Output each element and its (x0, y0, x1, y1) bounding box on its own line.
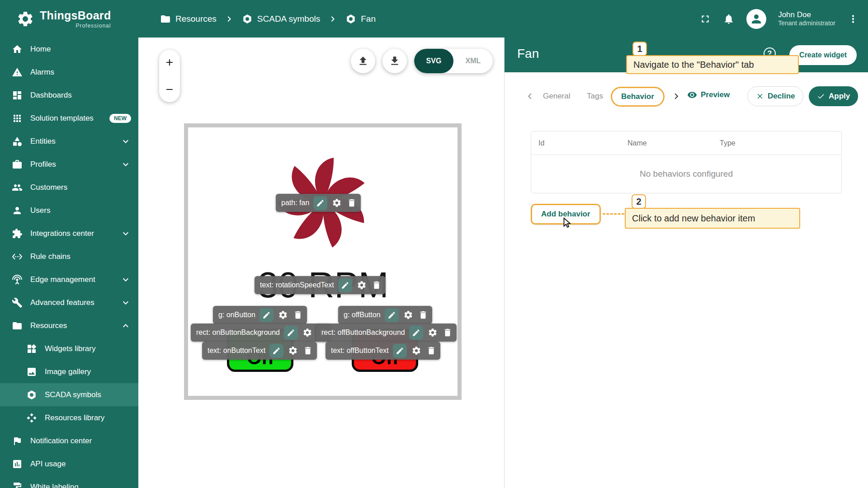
zoom-in-button[interactable]: + (166, 56, 173, 69)
sidebar-item-label: Rule chains (30, 252, 71, 261)
sidebar-item-alarms[interactable]: Alarms (0, 61, 138, 84)
thingsboard-logo[interactable]: ThingsBoard Professional (0, 9, 138, 29)
edit-icon[interactable] (259, 308, 274, 322)
download-button[interactable] (382, 49, 407, 73)
sidebar-item-api-usage[interactable]: API usage (0, 452, 138, 475)
apply-button[interactable]: Apply (809, 86, 858, 106)
sidebar-item-entities[interactable]: Entities (0, 130, 138, 153)
edit-icon[interactable] (409, 326, 423, 340)
dashboards-icon (12, 90, 23, 101)
edit-icon[interactable] (393, 344, 407, 358)
tag-chip-off-button-group[interactable]: g: offButton (338, 306, 432, 324)
avatar[interactable] (746, 9, 766, 29)
sidebar-item-rule-chains[interactable]: Rule chains (0, 245, 138, 268)
svg-toggle-option[interactable]: SVG (414, 49, 453, 73)
breadcrumb-fan[interactable]: Fan (345, 14, 376, 24)
chevron-down-icon (120, 297, 131, 308)
chart-icon (12, 459, 23, 469)
more-menu-icon[interactable] (847, 13, 859, 25)
edit-icon[interactable] (313, 196, 327, 210)
sidebar-item-label: Advanced features (30, 298, 94, 307)
sidebar-item-resources[interactable]: Resources (0, 314, 138, 337)
notifications-bell-icon[interactable] (723, 13, 735, 25)
sidebar-item-label: Widgets library (45, 344, 95, 353)
tabs-scroll-left-icon[interactable] (524, 90, 536, 102)
sidebar-item-home[interactable]: Home (0, 38, 138, 61)
tab-general[interactable]: General (543, 92, 570, 101)
xml-toggle-option[interactable]: XML (453, 49, 493, 73)
sidebar-item-label: Solution templates (30, 114, 94, 123)
product-name: ThingsBoard (40, 9, 111, 22)
sidebar-item-integrations-center[interactable]: Integrations center (0, 222, 138, 245)
tag-chip-rotation-speed-text[interactable]: text: rotationSpeedText (255, 276, 386, 294)
tabs-scroll-right-icon[interactable] (670, 90, 682, 102)
chevron-up-icon (120, 320, 131, 331)
settings-icon[interactable] (302, 327, 313, 338)
tab-behavior[interactable]: Behavior (611, 87, 665, 107)
chevron-right-icon (224, 14, 235, 24)
preview-button[interactable]: Preview (687, 90, 730, 100)
sidebar-item-notification-center[interactable]: Notification center (0, 429, 138, 452)
delete-icon[interactable] (442, 327, 453, 338)
sidebar-item-scada-symbols[interactable]: SCADA symbols (0, 383, 138, 406)
sidebar-item-customers[interactable]: Customers (0, 176, 138, 199)
antenna-icon (12, 274, 23, 285)
annotation-connector (603, 213, 624, 215)
sidebar-item-advanced-features[interactable]: Advanced features (0, 291, 138, 314)
edit-icon[interactable] (269, 344, 283, 358)
empty-state-text: No behaviors configured (531, 155, 841, 193)
format-toggle: SVG XML (414, 49, 493, 73)
tab-tags[interactable]: Tags (587, 92, 603, 101)
delete-icon[interactable] (292, 310, 303, 320)
apply-label: Apply (829, 92, 850, 101)
sidebar-item-white-labeling[interactable]: White labeling (0, 475, 138, 488)
settings-icon[interactable] (427, 327, 438, 338)
sidebar-item-image-gallery[interactable]: Image gallery (0, 360, 138, 383)
new-badge: NEW (109, 114, 131, 123)
sidebar-item-profiles[interactable]: Profiles (0, 153, 138, 176)
settings-icon[interactable] (331, 197, 342, 208)
settings-icon[interactable] (411, 345, 422, 356)
zoom-out-button[interactable]: − (166, 83, 173, 96)
sidebar-item-solution-templates[interactable]: Solution templates NEW (0, 107, 138, 130)
sidebar-item-widgets-library[interactable]: Widgets library (0, 337, 138, 360)
sidebar-item-edge-management[interactable]: Edge management (0, 268, 138, 291)
edit-icon[interactable] (338, 278, 352, 292)
top-bar: ThingsBoard Professional Resources SCADA… (0, 0, 868, 38)
decline-label: Decline (768, 92, 795, 101)
widgets-icon (26, 343, 37, 354)
delete-icon[interactable] (371, 280, 382, 291)
edit-icon[interactable] (284, 326, 298, 340)
check-icon (817, 92, 825, 100)
sidebar-item-users[interactable]: Users (0, 199, 138, 222)
settings-icon[interactable] (403, 310, 414, 320)
tag-chip-on-button-group[interactable]: g: onButton (213, 306, 307, 324)
edit-icon[interactable] (385, 308, 399, 322)
decline-button[interactable]: Decline (747, 86, 803, 106)
settings-icon[interactable] (288, 345, 298, 356)
delete-icon[interactable] (426, 345, 437, 356)
sidebar-item-resources-library[interactable]: Resources library (0, 406, 138, 429)
delete-icon[interactable] (302, 345, 313, 356)
create-widget-button[interactable]: Create widget (789, 45, 857, 65)
tag-chip-path-fan[interactable]: path: fan (276, 194, 361, 212)
sidebar: Home Alarms Dashboards Solution template… (0, 38, 138, 488)
behaviors-table: Id Name Type No behaviors configured (531, 131, 842, 193)
breadcrumb-scada-symbols[interactable]: SCADA symbols (242, 14, 320, 24)
breadcrumb-resources[interactable]: Resources (160, 14, 217, 24)
upload-button[interactable] (351, 49, 375, 73)
delete-icon[interactable] (418, 310, 429, 320)
rule-chain-icon (12, 251, 23, 262)
settings-icon[interactable] (356, 280, 367, 291)
settings-icon[interactable] (278, 310, 288, 320)
delete-icon[interactable] (346, 197, 357, 208)
tag-chip-on-button-text[interactable]: text: onButtonText (202, 342, 317, 360)
tag-chip-off-button-text[interactable]: text: offButtonText (326, 342, 440, 360)
flag-icon (12, 436, 23, 446)
user-info: John Doe Tenant administrator (778, 10, 835, 28)
fullscreen-icon[interactable] (699, 13, 711, 25)
tag-chip-on-button-background[interactable]: rect: onButtonBackground (191, 324, 331, 342)
tag-chip-off-button-background[interactable]: rect: offButtonBackground (316, 324, 457, 342)
sidebar-item-dashboards[interactable]: Dashboards (0, 84, 138, 107)
scada-symbol-icon (26, 389, 37, 400)
